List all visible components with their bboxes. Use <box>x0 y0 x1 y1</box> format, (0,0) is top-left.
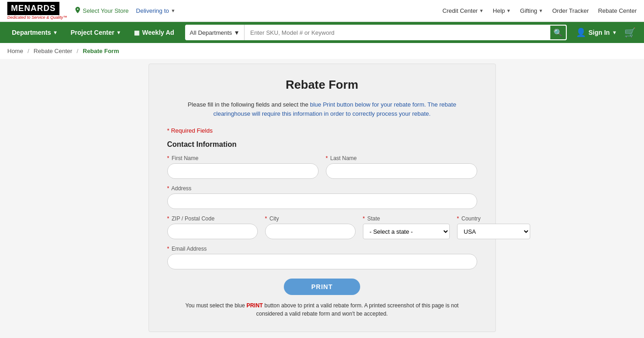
country-label: * Country <box>457 215 530 222</box>
last-name-label: * Last Name <box>326 155 477 161</box>
help-chevron: ▼ <box>506 8 511 13</box>
location-pin-icon <box>75 7 81 15</box>
dept-chevron: ▼ <box>234 29 240 36</box>
gifting-chevron: ▼ <box>538 8 543 13</box>
country-select[interactable]: USA Canada <box>457 224 530 239</box>
description-text-1: Please fill in the following fields and … <box>188 101 456 108</box>
breadcrumb: Home / Rebate Center / Rebate Form <box>0 43 644 59</box>
delivering-to[interactable]: Delivering to ▼ <box>136 7 176 14</box>
zip-req: * <box>167 215 170 222</box>
weekly-ad-nav[interactable]: ▦ Weekly Ad <box>128 22 181 43</box>
breadcrumb-home[interactable]: Home <box>7 48 23 54</box>
search-input[interactable] <box>245 25 549 40</box>
rebate-center-label: Rebate Center <box>598 7 637 14</box>
main-content: Rebate Form Please fill in the following… <box>0 59 644 338</box>
help-label: Help <box>493 7 505 14</box>
state-group: * State - Select a state - Alabama Alask… <box>363 215 450 239</box>
city-req: * <box>265 215 267 222</box>
gifting-label: Gifting <box>520 7 538 14</box>
required-note: * Required Fields <box>167 127 477 134</box>
rebate-form-container: Rebate Form Please fill in the following… <box>149 64 496 332</box>
delivering-label: Delivering to <box>136 7 169 14</box>
first-name-input[interactable] <box>167 163 319 179</box>
email-group: * Email Address <box>167 246 477 269</box>
weekly-ad-label: Weekly Ad <box>142 29 174 36</box>
logo-tagline: Dedicated to Service & Quality™ <box>7 15 67 20</box>
project-center-label: Project Center <box>70 29 114 36</box>
sign-in-button[interactable]: 👤 Sign In ▼ <box>571 27 622 38</box>
search-icon: 🔍 <box>554 28 563 37</box>
top-bar-left: MENARDS Dedicated to Service & Quality™ … <box>7 2 176 20</box>
delivering-chevron: ▼ <box>171 8 176 13</box>
breadcrumb-sep-2: / <box>77 48 79 54</box>
store-select[interactable]: Select Your Store <box>75 7 128 15</box>
help-link[interactable]: Help ▼ <box>493 7 511 14</box>
form-description: Please fill in the following fields and … <box>167 100 477 118</box>
city-label: * City <box>265 215 356 222</box>
first-name-label: * First Name <box>167 155 319 161</box>
last-name-input[interactable] <box>326 163 477 179</box>
address-req: * <box>167 185 170 192</box>
departments-chevron: ▼ <box>53 30 58 35</box>
credit-center-chevron: ▼ <box>479 8 484 13</box>
address-group: * Address <box>167 185 477 209</box>
address-label-text: Address <box>171 185 192 192</box>
search-area: All Departments ▼ 🔍 <box>185 25 567 40</box>
search-button[interactable]: 🔍 <box>549 25 567 40</box>
all-departments-label: All Departments <box>190 29 232 36</box>
first-name-group: * First Name <box>167 155 319 179</box>
city-input[interactable] <box>265 224 356 239</box>
user-icon: 👤 <box>576 27 586 38</box>
print-btn-container: PRINT <box>167 279 477 295</box>
email-label-text: Email Address <box>172 246 207 252</box>
zip-group: * ZIP / Postal Code <box>167 215 258 239</box>
store-select-label: Select Your Store <box>83 7 128 14</box>
state-select[interactable]: - Select a state - Alabama Alaska Arizon… <box>363 224 450 239</box>
zip-label-text: ZIP / Postal Code <box>172 215 215 222</box>
top-bar-right: Credit Center ▼ Help ▼ Gifting ▼ Order T… <box>442 7 637 14</box>
email-label: * Email Address <box>167 246 477 252</box>
order-tracker-label: Order Tracker <box>552 7 589 14</box>
breadcrumb-sep-1: / <box>27 48 29 54</box>
credit-center-link[interactable]: Credit Center ▼ <box>442 7 484 14</box>
order-tracker-link[interactable]: Order Tracker <box>552 7 589 14</box>
breadcrumb-current: Rebate Form <box>83 48 119 54</box>
gifting-link[interactable]: Gifting ▼ <box>520 7 543 14</box>
search-wrapper: All Departments ▼ 🔍 <box>185 25 567 40</box>
print-note-text-2: considered a valid rebate form and won't… <box>256 311 388 317</box>
address-row: * Address <box>167 185 477 209</box>
breadcrumb-rebate-center[interactable]: Rebate Center <box>34 48 73 54</box>
email-input[interactable] <box>167 254 477 269</box>
cart-icon: 🛒 <box>624 27 636 38</box>
country-label-text: Country <box>462 215 481 222</box>
state-label-text: State <box>367 215 380 222</box>
state-req: * <box>363 215 365 222</box>
first-name-req: * <box>167 155 170 161</box>
department-select[interactable]: All Departments ▼ <box>185 25 245 40</box>
city-group: * City <box>265 215 356 239</box>
blue-clearinghouse-text: clearinghouse will require this informat… <box>213 110 431 117</box>
project-center-chevron: ▼ <box>116 30 121 35</box>
zip-input[interactable] <box>167 224 258 239</box>
form-title: Rebate Form <box>167 78 477 92</box>
print-note: You must select the blue PRINT button ab… <box>167 301 477 318</box>
print-note-text-1: You must select the blue PRINT button ab… <box>186 302 459 309</box>
departments-nav[interactable]: Departments ▼ <box>5 22 64 43</box>
country-group: * Country USA Canada <box>457 215 530 239</box>
print-button[interactable]: PRINT <box>284 279 360 295</box>
print-highlight: PRINT <box>246 302 263 309</box>
blue-print-text: blue Print button below for your rebate … <box>310 101 456 108</box>
state-label: * State <box>363 215 450 222</box>
project-center-nav[interactable]: Project Center ▼ <box>64 22 128 43</box>
last-name-group: * Last Name <box>326 155 477 179</box>
last-name-req: * <box>326 155 328 161</box>
description-text-2: clearinghouse will require this informat… <box>213 110 431 117</box>
rebate-center-link[interactable]: Rebate Center <box>598 7 637 14</box>
email-req: * <box>167 246 170 252</box>
top-bar: MENARDS Dedicated to Service & Quality™ … <box>0 0 644 22</box>
departments-label: Departments <box>12 29 51 36</box>
cart-button[interactable]: 🛒 <box>622 27 639 38</box>
address-input[interactable] <box>167 193 477 209</box>
location-row: * ZIP / Postal Code * City * State - Sel <box>167 215 477 239</box>
menards-logo: MENARDS <box>7 2 59 15</box>
